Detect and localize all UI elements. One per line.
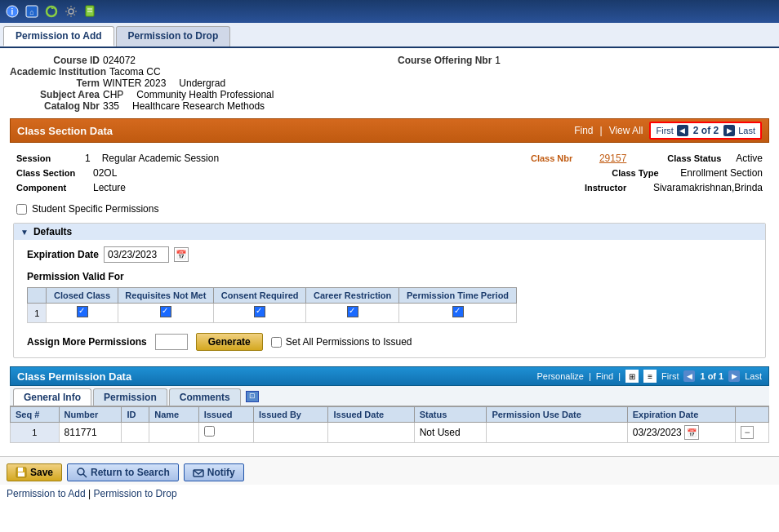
tab-permission-add[interactable]: Permission to Add: [3, 26, 114, 47]
term-value: WINTER 2023: [103, 78, 166, 89]
term-extra: Undergrad: [179, 78, 225, 89]
row-calendar-icon[interactable]: 📅: [684, 425, 699, 440]
col-name: Name: [149, 407, 198, 423]
instructor-label: Instructor: [585, 183, 650, 193]
tab-general-info[interactable]: General Info: [13, 388, 91, 406]
notify-icon: [193, 467, 204, 478]
info-icon[interactable]: i: [5, 4, 20, 19]
cell-career-restriction: [306, 304, 399, 323]
assign-more-input[interactable]: [155, 334, 188, 350]
assign-more-label: Assign More Permissions: [27, 336, 147, 348]
defaults-header[interactable]: ▼ Defaults: [14, 224, 765, 240]
class-permission-header: Class Permission Data Personalize | Find…: [10, 366, 769, 386]
academic-inst-label: Academic Institution: [10, 66, 106, 78]
col-status: Status: [414, 407, 487, 423]
class-section-details: Session 1 Regular Academic Session Class…: [10, 148, 769, 202]
col-issued-date: Issued Date: [328, 407, 414, 423]
svg-rect-11: [18, 472, 24, 477]
career-restriction-checkbox[interactable]: [347, 306, 358, 317]
class-nbr-val[interactable]: 29157: [599, 153, 626, 164]
return-icon: [76, 467, 87, 478]
set-all-text: Set All Permissions to Issued: [286, 336, 412, 348]
class-type-val: Enrollment Section: [680, 167, 763, 179]
row-name: [149, 423, 198, 443]
class-status-val: Active: [736, 153, 763, 164]
svg-text:i: i: [11, 7, 14, 16]
student-permissions-checkbox[interactable]: [16, 204, 27, 215]
class-status-row: Class Status Active: [667, 153, 763, 164]
nav-next-btn[interactable]: ▶: [723, 125, 735, 136]
cp-list-icon[interactable]: ≡: [643, 370, 657, 383]
refresh-icon[interactable]: [44, 4, 59, 19]
cp-grid-icon[interactable]: ⊞: [625, 370, 639, 383]
defaults-body: Expiration Date 📅 Permission Valid For C…: [14, 240, 765, 357]
bottom-perm-drop-link[interactable]: Permission to Drop: [94, 488, 177, 499]
col-expiration-date: Expiration Date: [627, 407, 735, 423]
defaults-section: ▼ Defaults Expiration Date 📅 Permission …: [13, 223, 766, 358]
course-id-label: Course ID: [10, 55, 100, 66]
row-issued-by: [254, 423, 328, 443]
nav-last[interactable]: Last: [738, 126, 755, 135]
requisites-not-met-checkbox[interactable]: [160, 306, 171, 317]
closed-class-checkbox[interactable]: [77, 306, 88, 317]
exp-date-value: 03/23/2023: [633, 427, 682, 438]
cp-nav-next[interactable]: ▶: [728, 370, 740, 382]
cell-closed-class: [47, 304, 118, 323]
expiration-label: Expiration Date: [27, 249, 99, 260]
top-toolbar: i ⌂: [0, 0, 779, 23]
issued-checkbox[interactable]: [204, 426, 215, 437]
expiration-date-input[interactable]: [104, 246, 169, 263]
home-icon[interactable]: ⌂: [24, 4, 39, 19]
row-issued-date: [328, 423, 414, 443]
permission-valid-table: Closed Class Requisites Not Met Consent …: [27, 287, 517, 323]
class-type-label: Class Type: [612, 168, 677, 178]
generate-button[interactable]: Generate: [196, 333, 263, 351]
row-perm-use-date: [487, 423, 627, 443]
personalize-link[interactable]: Personalize: [536, 371, 583, 381]
class-type-row: Class Type Enrollment Section: [612, 167, 763, 179]
tab-extra-icon[interactable]: ⊡: [246, 391, 259, 402]
session-row: Session 1 Regular Academic Session: [16, 153, 219, 164]
delete-row-button[interactable]: −: [741, 426, 754, 439]
tab-permission[interactable]: Permission: [93, 388, 167, 406]
cp-find-link[interactable]: Find: [596, 371, 613, 381]
subject-area-value: CHP: [103, 89, 123, 100]
set-all-label[interactable]: Set All Permissions to Issued: [271, 336, 412, 348]
cp-nav-last[interactable]: Last: [745, 371, 762, 381]
view-all-link[interactable]: View All: [609, 125, 643, 136]
table-row: 1 811771 Not Used 03/23/2023 📅: [11, 423, 769, 443]
row-expiration-date: 03/23/2023 📅: [627, 423, 735, 443]
return-to-search-button[interactable]: Return to Search: [67, 463, 179, 481]
bottom-perm-add-link[interactable]: Permission to Add: [7, 488, 86, 499]
nav-controls: First ◀ 2 of 2 ▶ Last: [649, 122, 762, 140]
cell-consent-required: [214, 304, 306, 323]
class-permission-title: Class Permission Data: [17, 370, 131, 383]
session-val: 1: [85, 153, 91, 164]
nav-prev-btn[interactable]: ◀: [677, 125, 688, 136]
set-all-checkbox[interactable]: [271, 337, 282, 348]
student-permissions-row: Student Specific Permissions: [10, 202, 769, 219]
tab-comments[interactable]: Comments: [169, 388, 241, 406]
subject-area-label: Subject Area: [10, 89, 100, 100]
permission-valid-label: Permission Valid For: [27, 271, 752, 282]
permission-time-period-checkbox[interactable]: [452, 306, 464, 317]
cp-nav-prev[interactable]: ◀: [683, 370, 695, 382]
course-offering-row: Course Offering Nbr 1: [398, 55, 769, 66]
nav-first[interactable]: First: [656, 126, 673, 135]
nav-current: 2 of 2: [692, 125, 720, 136]
expiration-row: Expiration Date 📅: [27, 246, 752, 263]
settings-icon[interactable]: [64, 4, 78, 19]
save-button[interactable]: Save: [7, 463, 62, 481]
notify-button[interactable]: Notify: [184, 463, 244, 481]
catalog-nbr-label: Catalog Nbr: [10, 100, 100, 112]
consent-required-checkbox[interactable]: [254, 306, 265, 317]
tab-permission-drop[interactable]: Permission to Drop: [116, 26, 231, 47]
col-number: Number: [59, 407, 122, 423]
page-icon[interactable]: [83, 4, 98, 19]
cp-nav-first[interactable]: First: [661, 371, 679, 381]
find-link[interactable]: Find: [574, 125, 593, 136]
row-issued: [198, 423, 253, 443]
component-val: Lecture: [93, 182, 126, 193]
expiration-calendar-icon[interactable]: 📅: [174, 247, 189, 262]
cp-nav-current: 1 of 1: [700, 371, 723, 381]
